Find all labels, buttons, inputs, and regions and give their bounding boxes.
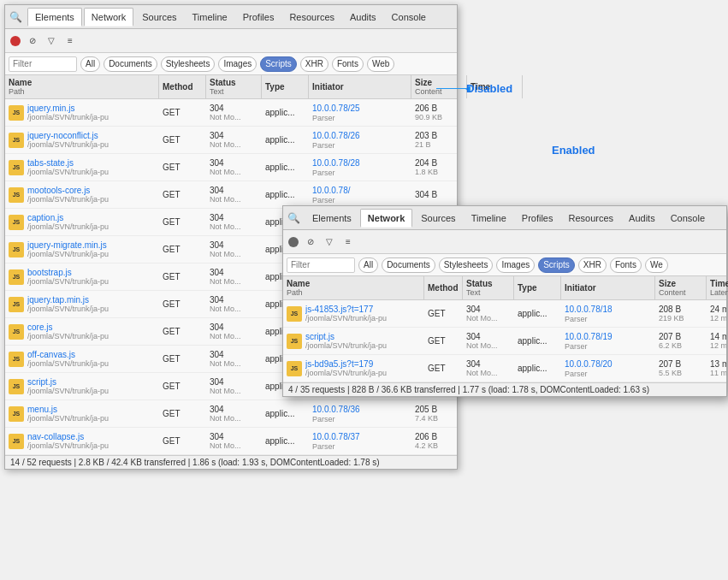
toolbar-2: ⊘ ▽ ≡: [283, 230, 726, 254]
cell-type: applic...: [514, 334, 561, 347]
filter-xhr-1[interactable]: XHR: [300, 56, 328, 72]
filter-bar-1: All Documents Stylesheets Images Scripts…: [5, 53, 457, 75]
record-button-1[interactable]: [10, 36, 21, 46]
col-status-2: StatusText: [463, 276, 514, 299]
cell-initiator: 10.0.0.78/36Parser: [309, 403, 411, 425]
table-row[interactable]: JS nav-collapse.js /joomla/SVN/trunk/ja-…: [5, 428, 457, 455]
filter-fonts-2[interactable]: Fonts: [610, 257, 642, 273]
cell-size: 205 B7.4 KB: [411, 403, 457, 424]
tab-console-1[interactable]: Console: [385, 8, 433, 27]
cell-name: JS nav-collapse.js /joomla/SVN/trunk/ja-…: [5, 430, 159, 452]
cell-status: 304Not Mo...: [206, 430, 262, 452]
cell-name: JS tabs-state.js /joomla/SVN/trunk/ja-pu: [5, 157, 159, 178]
tab-elements-2[interactable]: Elements: [305, 209, 358, 228]
tab-console-2[interactable]: Console: [664, 209, 712, 228]
table-header-1: NamePath Method StatusText Type Initiato…: [5, 75, 457, 99]
table-row[interactable]: JS js-41853.js?t=177 /joomla/SVN/trunk/j…: [283, 300, 726, 328]
tab-profiles-1[interactable]: Profiles: [236, 8, 281, 27]
tab-network-2[interactable]: Network: [360, 209, 412, 228]
filter-scripts-2[interactable]: Scripts: [538, 257, 575, 273]
list-button-2[interactable]: ≡: [341, 235, 355, 249]
cell-size: 207 B6.2 KB: [655, 330, 707, 352]
cell-method: GET: [159, 161, 206, 174]
filter-css-1[interactable]: Stylesheets: [161, 56, 216, 72]
table-row[interactable]: JS script.js /joomla/SVN/trunk/ja-pu GET…: [283, 328, 726, 355]
cell-name: JS jquery.tap.min.js /joomla/SVN/trunk/j…: [5, 293, 159, 315]
filter-img-1[interactable]: Images: [218, 56, 257, 72]
filter-input-2[interactable]: [287, 257, 355, 273]
table-row[interactable]: JS jquery-noconflict.js /joomla/SVN/trun…: [5, 127, 457, 154]
stop-button-1[interactable]: ⊘: [26, 34, 39, 48]
filter-scripts-1[interactable]: Scripts: [260, 56, 297, 72]
filter-docs-2[interactable]: Documents: [382, 257, 435, 273]
filter-all-1[interactable]: All: [80, 56, 100, 72]
table-row[interactable]: JS jquery.min.js /joomla/SVN/trunk/ja-pu…: [5, 99, 457, 127]
cell-name: JS menu.js /joomla/SVN/trunk/ja-pu: [5, 403, 159, 424]
js-icon: JS: [287, 361, 302, 376]
cell-type: applic...: [262, 188, 309, 201]
tab-elements-1[interactable]: Elements: [27, 8, 82, 27]
filter-all-2[interactable]: All: [358, 257, 378, 273]
cell-status: 304Not Mo...: [206, 129, 262, 151]
cell-status: 304Not Mo...: [206, 321, 262, 342]
col-name-2: NamePath: [283, 276, 424, 299]
cell-initiator: 10.0.0.78/28Parser: [309, 157, 411, 179]
cell-size: 206 B4.2 KB: [411, 430, 457, 452]
cell-method: GET: [424, 307, 463, 320]
cell-method: GET: [159, 298, 206, 311]
cell-name: JS jquery-migrate.min.js /joomla/SVN/tru…: [5, 239, 159, 260]
record-button-2[interactable]: [288, 237, 299, 247]
tab-sources-2[interactable]: Sources: [414, 209, 462, 228]
filter-button-1[interactable]: ▽: [44, 34, 58, 48]
js-icon: JS: [9, 406, 24, 422]
filter-button-2[interactable]: ▽: [323, 235, 336, 249]
js-icon: JS: [9, 187, 24, 203]
filter-web-2[interactable]: We: [645, 257, 668, 273]
cell-method: GET: [424, 334, 463, 347]
search-icon[interactable]: 🔍: [9, 10, 22, 24]
status-bar-2: 4 / 35 requests | 828 B / 36.6 KB transf…: [283, 382, 726, 396]
tab-resources-1[interactable]: Resources: [282, 8, 341, 27]
list-button-1[interactable]: ≡: [63, 34, 77, 48]
cell-method: GET: [159, 352, 206, 365]
cell-method: GET: [159, 188, 206, 201]
filter-input-1[interactable]: [9, 56, 77, 72]
tab-network-1[interactable]: Network: [84, 8, 133, 27]
tab-audits-1[interactable]: Audits: [343, 8, 383, 27]
tab-timeline-1[interactable]: Timeline: [186, 8, 234, 27]
cell-size: 304 B: [411, 188, 457, 201]
table-row[interactable]: JS menu.js /joomla/SVN/trunk/ja-pu GET 3…: [5, 400, 457, 428]
cell-type: applic...: [262, 106, 309, 119]
table-row[interactable]: JS tabs-state.js /joomla/SVN/trunk/ja-pu…: [5, 154, 457, 181]
cell-type: applic...: [262, 161, 309, 174]
cell-method: GET: [159, 106, 206, 119]
cell-name: JS script.js /joomla/SVN/trunk/ja-pu: [5, 376, 159, 397]
search-icon-2[interactable]: 🔍: [287, 211, 300, 225]
cell-status: 304Not Mo...: [206, 102, 262, 123]
filter-xhr-2[interactable]: XHR: [578, 257, 607, 273]
tab-sources-1[interactable]: Sources: [135, 8, 183, 27]
filter-img-2[interactable]: Images: [496, 257, 535, 273]
tab-audits-2[interactable]: Audits: [622, 209, 662, 228]
filter-fonts-1[interactable]: Fonts: [332, 56, 364, 72]
col-status-1: StatusText: [206, 75, 262, 98]
cell-method: GET: [159, 133, 206, 146]
filter-web-1[interactable]: Web: [367, 56, 394, 72]
cell-name: JS jquery.min.js /joomla/SVN/trunk/ja-pu: [5, 102, 159, 123]
enabled-label: Enabled: [552, 144, 595, 157]
cell-method: GET: [159, 243, 206, 256]
col-initiator-1: Initiator: [309, 75, 411, 98]
table-row[interactable]: JS js-bd9a5.js?t=179 /joomla/SVN/trunk/j…: [283, 355, 726, 382]
tab-profiles-2[interactable]: Profiles: [515, 209, 560, 228]
tab-resources-2[interactable]: Resources: [561, 209, 620, 228]
filter-css-2[interactable]: Stylesheets: [439, 257, 494, 273]
cell-status: 304Not Mo...: [206, 157, 262, 178]
cell-initiator: 10.0.0.78/25Parser: [309, 102, 411, 124]
tab-timeline-2[interactable]: Timeline: [465, 209, 513, 228]
cell-status: 304Not Mo...: [206, 293, 262, 315]
cell-status: 304Not Mo...: [463, 330, 514, 352]
cell-initiator: 10.0.0.78/Parser: [309, 184, 411, 206]
cell-status: 304Not Mo...: [206, 184, 262, 205]
stop-button-2[interactable]: ⊘: [304, 235, 317, 249]
filter-docs-1[interactable]: Documents: [104, 56, 157, 72]
